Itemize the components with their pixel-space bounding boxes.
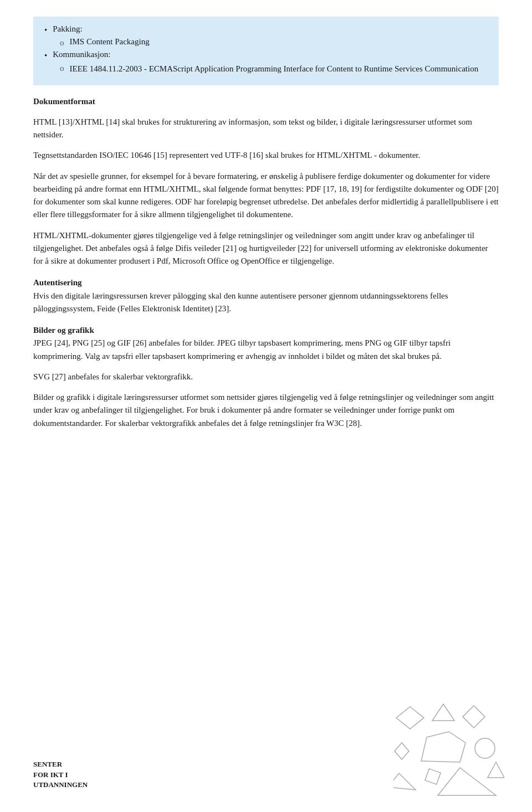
svg-point-5 (475, 738, 495, 758)
svg-marker-9 (488, 762, 504, 778)
bullet-icon: • (44, 51, 47, 60)
section-autentisering: Autentisering Hvis den digitale læringsr… (33, 276, 499, 315)
paragraph: HTML/XHTML-dokumenter gjøres tilgjengeli… (33, 229, 499, 268)
logo-line1: SENTER (33, 759, 88, 769)
section-heading: Autentisering (33, 278, 82, 287)
highlight-box: • Pakking: o IMS Content Packaging • Kom… (33, 17, 499, 85)
logo-area: SENTER FOR IKT I UTDANNINGEN (33, 759, 88, 790)
section-heading: Dokumentformat (33, 97, 95, 106)
list-item-text: Pakking: (53, 24, 82, 34)
svg-marker-3 (395, 743, 409, 759)
section-paragraph: Bilder og grafikk JPEG [24], PNG [25] og… (33, 324, 499, 363)
highlight-list: • Pakking: o IMS Content Packaging • Kom… (44, 24, 488, 75)
logo-line2: FOR IKT I (33, 770, 88, 780)
section-heading: Bilder og grafikk (33, 326, 94, 335)
paragraph-text: JPEG [24], PNG [25] og GIF [26] anbefale… (33, 338, 451, 360)
svg-marker-2 (463, 706, 485, 728)
page: • Pakking: o IMS Content Packaging • Kom… (0, 0, 532, 812)
sub-bullet-icon: o (60, 64, 64, 73)
paragraph-text: Hvis den digitale læringsressursen kreve… (33, 291, 448, 313)
section-paragraph: Autentisering Hvis den digitale læringsr… (33, 276, 499, 315)
svg-marker-1 (432, 704, 454, 721)
list-item-text: Kommunikasjon: (53, 50, 110, 59)
decorative-shapes (393, 701, 504, 801)
svg-marker-4 (421, 732, 466, 762)
list-item-text: IMS Content Packaging (70, 37, 150, 47)
sub-bullet-icon: o (60, 38, 64, 48)
paragraph: SVG [27] anbefales for skalerbar vektorg… (33, 371, 499, 383)
paragraph: Bilder og grafikk i digitale læringsress… (33, 391, 499, 430)
logo-text: SENTER FOR IKT I UTDANNINGEN (33, 759, 88, 790)
section-bilder-og-grafikk: Bilder og grafikk JPEG [24], PNG [25] og… (33, 324, 499, 430)
section-title: Dokumentformat (33, 95, 499, 108)
paragraph: Når det av spesielle grunner, for eksemp… (33, 170, 499, 222)
svg-rect-7 (425, 769, 441, 784)
svg-marker-6 (393, 773, 416, 790)
paragraph: Tegnsettstandarden ISO/IEC 10646 [15] re… (33, 149, 499, 162)
list-item: • Pakking: (44, 24, 488, 35)
logo-line3: UTDANNINGEN (33, 780, 88, 790)
paragraph: HTML [13]/XHTML [14] skal brukes for str… (33, 116, 499, 142)
svg-marker-0 (396, 707, 424, 729)
list-item-text: IEEE 1484.11.2-2003 - ECMAScript Applica… (70, 63, 479, 75)
list-item: • Kommunikasjon: (44, 50, 488, 60)
decorative-svg (393, 701, 504, 801)
list-item: o IMS Content Packaging (44, 37, 488, 48)
list-item: o IEEE 1484.11.2-2003 - ECMAScript Appli… (44, 63, 488, 75)
svg-marker-8 (438, 768, 496, 795)
section-dokumentformat: Dokumentformat HTML [13]/XHTML [14] skal… (33, 95, 499, 268)
bullet-icon: • (44, 25, 47, 35)
